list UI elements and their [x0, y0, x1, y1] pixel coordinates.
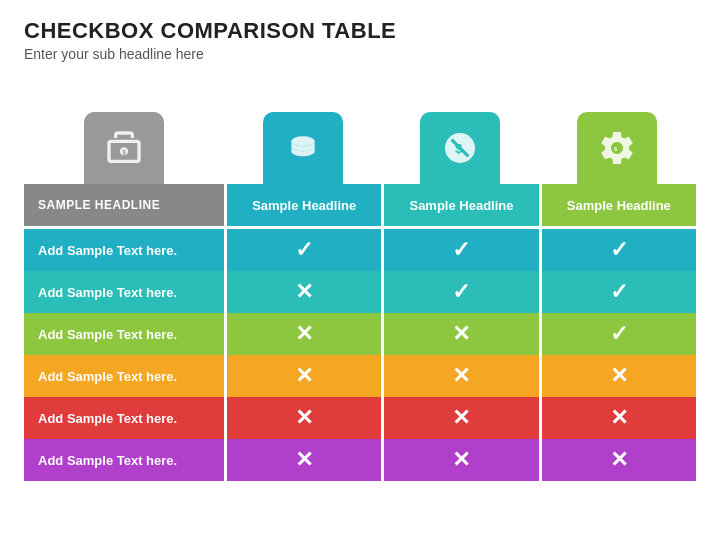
- col0-icon-tab: $: [84, 112, 164, 184]
- cross-icon: ✕: [452, 321, 470, 347]
- page: CHECKBOX COMPARISON TABLE Enter your sub…: [0, 0, 720, 540]
- cross-icon: ✕: [452, 447, 470, 473]
- no-dollar-icon: $: [440, 128, 480, 168]
- col0-header-label: SAMPLE HEADLINE: [24, 184, 224, 226]
- checkmark-icon: ✓: [610, 237, 628, 263]
- checkmark-icon: ✓: [452, 279, 470, 305]
- col2-icon-tab: $: [420, 112, 500, 184]
- cross-icon: ✕: [295, 363, 313, 389]
- row-4-col1-check[interactable]: ✕: [227, 397, 381, 439]
- cross-icon: ✕: [295, 447, 313, 473]
- row-2-col1-check[interactable]: ✕: [227, 313, 381, 355]
- checkmark-icon: ✓: [610, 279, 628, 305]
- col2-header-label: Sample Headline: [384, 184, 538, 226]
- data-row-4: Add Sample Text here.✕✕✕: [24, 397, 696, 439]
- row-4-col3-check[interactable]: ✕: [542, 397, 696, 439]
- row-5-col2-check[interactable]: ✕: [384, 439, 538, 481]
- row-1-col2-check[interactable]: ✓: [384, 271, 538, 313]
- row-5-col3-check[interactable]: ✕: [542, 439, 696, 481]
- row-0-col1-check[interactable]: ✓: [227, 229, 381, 271]
- data-rows: Add Sample Text here.✓✓✓Add Sample Text …: [24, 229, 696, 481]
- checkmark-icon: ✓: [610, 321, 628, 347]
- header-icon-row: $ $: [24, 74, 696, 184]
- svg-text:$: $: [455, 141, 463, 156]
- svg-text:$: $: [122, 149, 126, 157]
- row-2-col2-check[interactable]: ✕: [384, 313, 538, 355]
- cross-icon: ✕: [610, 405, 628, 431]
- data-row-5: Add Sample Text here.✕✕✕: [24, 439, 696, 481]
- checkmark-icon: ✓: [295, 237, 313, 263]
- row-0-col2-check[interactable]: ✓: [384, 229, 538, 271]
- cross-icon: ✕: [295, 279, 313, 305]
- header-labels-row: SAMPLE HEADLINE Sample Headline Sample H…: [24, 184, 696, 226]
- cross-icon: ✕: [295, 405, 313, 431]
- row-5-col1-check[interactable]: ✕: [227, 439, 381, 481]
- row-3-label[interactable]: Add Sample Text here.: [24, 355, 224, 397]
- row-2-col3-check[interactable]: ✓: [542, 313, 696, 355]
- col1-header-text: Sample Headline: [252, 198, 356, 213]
- col2-header-text: Sample Headline: [409, 198, 513, 213]
- row-1-col3-check[interactable]: ✓: [542, 271, 696, 313]
- col0-header-text: SAMPLE HEADLINE: [38, 198, 160, 212]
- row-3-col1-check[interactable]: ✕: [227, 355, 381, 397]
- data-row-2: Add Sample Text here.✕✕✓: [24, 313, 696, 355]
- data-row-1: Add Sample Text here.✕✓✓: [24, 271, 696, 313]
- col3-header-text: Sample Headline: [567, 198, 671, 213]
- briefcase-icon: $: [104, 128, 144, 168]
- svg-point-2: [291, 136, 314, 146]
- row-3-col2-check[interactable]: ✕: [384, 355, 538, 397]
- cross-icon: ✕: [610, 363, 628, 389]
- table-wrapper: $ $: [24, 74, 696, 526]
- row-4-label[interactable]: Add Sample Text here.: [24, 397, 224, 439]
- col3-header-label: Sample Headline: [542, 184, 696, 226]
- row-3-col3-check[interactable]: ✕: [542, 355, 696, 397]
- row-5-label[interactable]: Add Sample Text here.: [24, 439, 224, 481]
- row-1-col1-check[interactable]: ✕: [227, 271, 381, 313]
- col1-header-label: Sample Headline: [227, 184, 381, 226]
- row-1-label[interactable]: Add Sample Text here.: [24, 271, 224, 313]
- data-table: SAMPLE HEADLINE Sample Headline Sample H…: [24, 184, 696, 526]
- col0-header-cell: $: [24, 112, 224, 184]
- data-row-3: Add Sample Text here.✕✕✕: [24, 355, 696, 397]
- checkmark-icon: ✓: [452, 237, 470, 263]
- data-row-0: Add Sample Text here.✓✓✓: [24, 229, 696, 271]
- col3-header-cell: $: [539, 112, 696, 184]
- coins-icon: [283, 128, 323, 168]
- page-title: CHECKBOX COMPARISON TABLE: [24, 18, 696, 44]
- cross-icon: ✕: [295, 321, 313, 347]
- col3-icon-tab: $: [577, 112, 657, 184]
- row-4-col2-check[interactable]: ✕: [384, 397, 538, 439]
- cross-icon: ✕: [610, 447, 628, 473]
- row-0-label[interactable]: Add Sample Text here.: [24, 229, 224, 271]
- col2-header-cell: $: [381, 112, 538, 184]
- cross-icon: ✕: [452, 405, 470, 431]
- row-2-label[interactable]: Add Sample Text here.: [24, 313, 224, 355]
- gear-dollar-icon: $: [597, 128, 637, 168]
- sub-headline: Enter your sub headline here: [24, 46, 696, 62]
- cross-icon: ✕: [452, 363, 470, 389]
- col1-header-cell: [224, 112, 381, 184]
- col1-icon-tab: [263, 112, 343, 184]
- row-0-col3-check[interactable]: ✓: [542, 229, 696, 271]
